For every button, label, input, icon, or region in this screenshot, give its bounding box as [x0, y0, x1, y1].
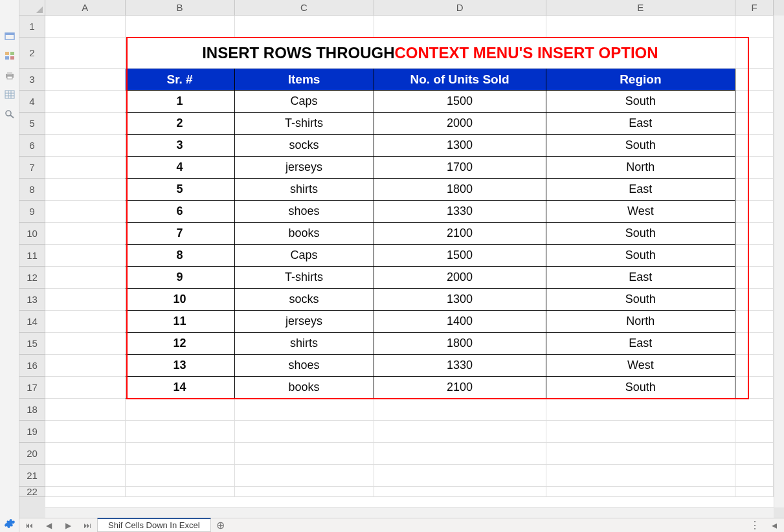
- cell-E21[interactable]: [546, 465, 736, 487]
- cell-grid[interactable]: INSERT ROWS THROUGH CONTEXT MENU'S INSER…: [45, 16, 774, 507]
- table-row-region[interactable]: South: [546, 91, 736, 113]
- cell-E19[interactable]: [546, 421, 736, 443]
- table-row-sr[interactable]: 1: [126, 91, 235, 113]
- cell-E20[interactable]: [546, 443, 736, 465]
- tab-bar-split-left[interactable]: ◂: [765, 518, 784, 532]
- table-row-region[interactable]: South: [546, 223, 736, 245]
- table-header-sr[interactable]: Sr. #: [126, 69, 235, 91]
- horizontal-scrollbar[interactable]: [45, 507, 774, 518]
- table-row-units[interactable]: 1800: [374, 333, 546, 355]
- cell-A1[interactable]: [45, 16, 126, 38]
- cell-C18[interactable]: [235, 399, 374, 421]
- table-row-units[interactable]: 1500: [374, 245, 546, 267]
- cell-B19[interactable]: [126, 421, 235, 443]
- cell-B1[interactable]: [126, 16, 235, 38]
- row-header-17[interactable]: 17: [19, 377, 45, 399]
- table-row-item[interactable]: Caps: [235, 245, 374, 267]
- cell-D18[interactable]: [374, 399, 546, 421]
- cell-D21[interactable]: [374, 465, 546, 487]
- cell-F1[interactable]: [735, 16, 774, 38]
- cell-A14[interactable]: [45, 311, 126, 333]
- cell-F14[interactable]: [735, 311, 774, 333]
- cell-E18[interactable]: [546, 399, 736, 421]
- column-header-B[interactable]: B: [126, 0, 235, 16]
- cell-A10[interactable]: [45, 223, 126, 245]
- table-header-items[interactable]: Items: [235, 69, 374, 91]
- row-header-8[interactable]: 8: [19, 179, 45, 201]
- properties-icon[interactable]: [0, 28, 19, 44]
- title-cell[interactable]: INSERT ROWS THROUGH CONTEXT MENU'S INSER…: [126, 38, 735, 69]
- table-row-units[interactable]: 2000: [374, 113, 546, 135]
- table-row-sr[interactable]: 3: [126, 135, 235, 157]
- tab-nav-prev[interactable]: ◀: [39, 518, 58, 532]
- cell-D22[interactable]: [374, 487, 546, 497]
- table-row-item[interactable]: shoes: [235, 201, 374, 223]
- cell-F6[interactable]: [735, 135, 774, 157]
- sheet-tab-active[interactable]: Shif Cells Down In Excel: [97, 518, 211, 532]
- table-row-item[interactable]: jerseys: [235, 311, 374, 333]
- cell-C21[interactable]: [235, 465, 374, 487]
- table-row-sr[interactable]: 4: [126, 157, 235, 179]
- table-row-sr[interactable]: 9: [126, 267, 235, 289]
- cell-F5[interactable]: [735, 113, 774, 135]
- cell-F12[interactable]: [735, 267, 774, 289]
- table-row-item[interactable]: jerseys: [235, 157, 374, 179]
- cell-C20[interactable]: [235, 443, 374, 465]
- row-header-18[interactable]: 18: [19, 399, 45, 421]
- tab-nav-next[interactable]: ▶: [58, 518, 78, 532]
- table-row-sr[interactable]: 13: [126, 355, 235, 377]
- table-row-sr[interactable]: 7: [126, 223, 235, 245]
- table-row-region[interactable]: West: [546, 355, 736, 377]
- cell-A18[interactable]: [45, 399, 126, 421]
- cell-F4[interactable]: [735, 91, 774, 113]
- cell-F22[interactable]: [735, 487, 774, 497]
- table-row-region[interactable]: West: [546, 201, 736, 223]
- vertical-scrollbar[interactable]: [774, 16, 784, 507]
- row-header-3[interactable]: 3: [19, 69, 45, 91]
- cell-A8[interactable]: [45, 179, 126, 201]
- row-header-7[interactable]: 7: [19, 157, 45, 179]
- row-header-5[interactable]: 5: [19, 113, 45, 135]
- cell-E1[interactable]: [546, 16, 736, 38]
- cell-A2[interactable]: [45, 38, 126, 69]
- table-row-units[interactable]: 1500: [374, 91, 546, 113]
- cell-F7[interactable]: [735, 157, 774, 179]
- cell-B20[interactable]: [126, 443, 235, 465]
- table-row-region[interactable]: East: [546, 179, 736, 201]
- cell-E22[interactable]: [546, 487, 736, 497]
- cell-A17[interactable]: [45, 377, 126, 399]
- column-header-D[interactable]: D: [374, 0, 546, 16]
- cell-F15[interactable]: [735, 333, 774, 355]
- row-header-6[interactable]: 6: [19, 135, 45, 157]
- table-row-region[interactable]: North: [546, 311, 736, 333]
- table-row-units[interactable]: 1800: [374, 179, 546, 201]
- row-header-9[interactable]: 9: [19, 201, 45, 223]
- cell-A21[interactable]: [45, 465, 126, 487]
- table-row-item[interactable]: Caps: [235, 91, 374, 113]
- cell-F16[interactable]: [735, 355, 774, 377]
- cell-D19[interactable]: [374, 421, 546, 443]
- table-row-units[interactable]: 1300: [374, 289, 546, 311]
- cell-C1[interactable]: [235, 16, 374, 38]
- add-sheet-button[interactable]: ⊕: [211, 518, 230, 532]
- cell-A4[interactable]: [45, 91, 126, 113]
- column-header-A[interactable]: A: [45, 0, 126, 16]
- cell-A13[interactable]: [45, 289, 126, 311]
- table-row-sr[interactable]: 10: [126, 289, 235, 311]
- row-header-14[interactable]: 14: [19, 311, 45, 333]
- table-row-region[interactable]: South: [546, 135, 736, 157]
- cell-C22[interactable]: [235, 487, 374, 497]
- table-row-region[interactable]: East: [546, 113, 736, 135]
- tab-nav-first[interactable]: ⏮: [19, 518, 39, 532]
- table-row-item[interactable]: books: [235, 377, 374, 399]
- cell-B18[interactable]: [126, 399, 235, 421]
- table-row-sr[interactable]: 2: [126, 113, 235, 135]
- tab-nav-last[interactable]: ⏭: [78, 518, 97, 532]
- cell-C19[interactable]: [235, 421, 374, 443]
- row-header-22[interactable]: 22: [19, 487, 45, 497]
- cell-B21[interactable]: [126, 465, 235, 487]
- cell-A12[interactable]: [45, 267, 126, 289]
- table-row-sr[interactable]: 8: [126, 245, 235, 267]
- cell-F19[interactable]: [735, 421, 774, 443]
- cell-A6[interactable]: [45, 135, 126, 157]
